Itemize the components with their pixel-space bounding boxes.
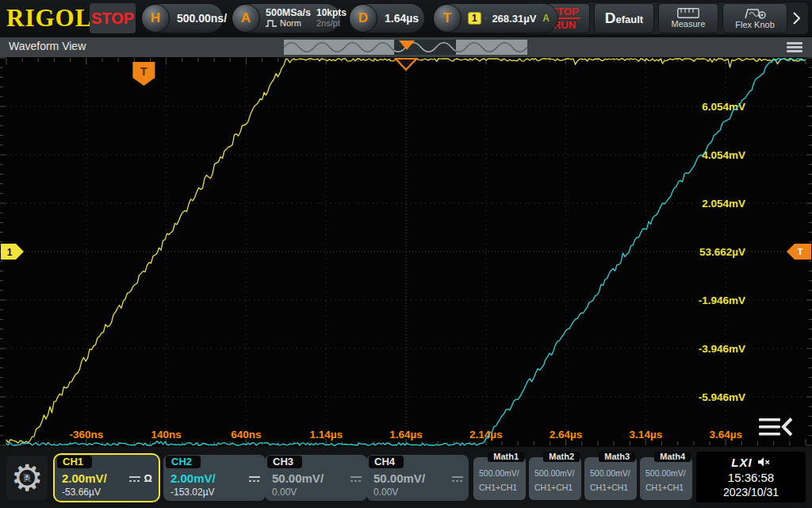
- acquisition-control[interactable]: A 500MSa/s Norm 10kpts 2ns/pt: [232, 3, 341, 33]
- math2-expression: CH1+CH1: [534, 483, 573, 492]
- math1-tab: Math1: [488, 452, 524, 462]
- trigger-level-value: 268.31µV: [492, 13, 536, 25]
- default-button[interactable]: Default: [594, 3, 654, 33]
- ch1-tab: CH1: [57, 456, 92, 468]
- waveform-overview-strip[interactable]: [284, 40, 527, 55]
- math4-tab: Math4: [654, 452, 691, 462]
- channel-box-ch2[interactable]: CH2 2.00mV/ -153.02µV: [163, 455, 266, 501]
- speaker-muted-icon: [757, 456, 771, 468]
- y-tick-label: 2.054mV: [702, 198, 745, 210]
- delay-control[interactable]: D 1.64µs: [349, 3, 425, 33]
- delay-position-marker[interactable]: [396, 59, 416, 70]
- x-tick-label: -360ns: [69, 429, 103, 441]
- ch4-scale: 50.00mV/: [373, 471, 425, 485]
- collapse-menu-icon[interactable]: [759, 418, 791, 436]
- ch1-impedance: Ω: [144, 472, 152, 484]
- memory-depth: 10kpts: [316, 8, 347, 18]
- waveform-view-title: Waveform View: [9, 40, 86, 52]
- horizontal-scale-value: 500.00ns/: [170, 12, 236, 25]
- math3-scale: 500.00mV/: [590, 468, 630, 478]
- y-tick-label: -3.946mV: [699, 343, 745, 355]
- math-box-math3[interactable]: Math3 500.00mV/ CH1+CH1: [584, 457, 637, 500]
- rigol-gear-monogram: R: [23, 471, 32, 485]
- clock: 15:36:58: [728, 470, 774, 485]
- y-tick-label: 4.054mV: [702, 149, 745, 161]
- ch2-scale: 2.00mV/: [170, 471, 216, 485]
- trigger-knob[interactable]: T: [433, 4, 462, 33]
- sample-rate: 500MSa/s: [266, 8, 311, 18]
- x-tick-label: 3.14µs: [630, 429, 663, 441]
- dc-coupling-icon: [248, 474, 261, 483]
- y-tick-label: -1.946mV: [699, 294, 745, 306]
- math1-scale: 500.00mV/: [479, 468, 519, 478]
- trigger-control[interactable]: T 1 268.31µV A: [433, 3, 558, 33]
- x-tick-label: 2.64µs: [550, 429, 583, 441]
- math4-scale: 500.00mV/: [645, 468, 686, 478]
- x-tick-label: 640ns: [231, 429, 261, 441]
- x-tick-label: 1.64µs: [389, 429, 423, 441]
- y-tick-label: 6.054mV: [702, 101, 745, 113]
- default-label-initial: D: [605, 10, 616, 26]
- top-bar: RIGOL STOP H 500.00ns/ A 500MSa/s Norm 1…: [0, 0, 812, 37]
- math4-expression: CH1+CH1: [645, 483, 684, 492]
- math2-scale: 500.00mV/: [534, 468, 575, 478]
- measure-label: Measure: [672, 19, 706, 29]
- horizontal-scale-control[interactable]: H 500.00ns/: [141, 3, 224, 33]
- flex-knob-icon: [743, 8, 767, 19]
- ch4-offset: 0.00V: [373, 487, 398, 498]
- horizontal-knob[interactable]: H: [141, 4, 170, 33]
- date: 2023/10/31: [723, 485, 779, 500]
- waveform-view-header: Waveform View: [0, 37, 812, 58]
- delay-knob[interactable]: D: [349, 4, 377, 33]
- acquisition-rate-group: 500MSa/s Norm: [260, 8, 315, 29]
- trigger-sweep-mode: A: [542, 13, 550, 24]
- chevron-right-icon[interactable]: [791, 12, 801, 25]
- oscilloscope-screen: RIGOL STOP H 500.00ns/ A 500MSa/s Norm 1…: [0, 0, 812, 508]
- x-tick-label: 140ns: [151, 429, 181, 441]
- y-tick-label: -5.946mV: [699, 391, 745, 403]
- ch2-tab: CH2: [166, 456, 201, 468]
- ch1-offset-marker[interactable]: [1, 244, 24, 260]
- pulse-icon: [266, 20, 278, 27]
- delay-value: 1.64µs: [377, 12, 428, 25]
- run-state-indicator[interactable]: STOP: [90, 3, 136, 33]
- default-label: efault: [616, 13, 644, 25]
- ch1-offset: -53.66µV: [62, 487, 101, 498]
- trigger-position-marker-label: T: [140, 65, 147, 78]
- math-box-math2[interactable]: Math2 500.00mV/ CH1+CH1: [529, 457, 581, 500]
- measure-button[interactable]: Measure: [658, 3, 718, 33]
- ch3-offset: 0.00V: [272, 487, 297, 498]
- acquisition-mode: Norm: [280, 18, 301, 29]
- menu-icon[interactable]: [787, 42, 802, 54]
- flex-knob-label: Flex Knob: [735, 20, 775, 29]
- channel-box-ch4[interactable]: CH4 50.00mV/ 0.00V: [366, 455, 469, 501]
- bottom-bar: ⚙ R CH1 2.00mV/ Ω -53.66µV CH2 2.00mV/: [0, 447, 812, 508]
- math1-expression: CH1+CH1: [479, 483, 517, 492]
- graticule[interactable]: -360ns140ns640ns1.14µs1.64µs2.14µs2.64µs…: [0, 57, 812, 447]
- math-box-math1[interactable]: Math1 500.00mV/ CH1+CH1: [473, 457, 526, 500]
- dc-coupling-icon: [350, 474, 362, 483]
- trigger-level-marker-label: T: [798, 247, 803, 256]
- flex-knob-button[interactable]: Flex Knob: [722, 3, 787, 33]
- ch2-offset: -153.02µV: [170, 487, 215, 498]
- math2-tab: Math2: [543, 452, 580, 462]
- sample-resolution: 2ns/pt: [316, 18, 347, 29]
- status-box[interactable]: LXI 15:36:58 2023/10/31: [696, 452, 806, 502]
- channel-box-ch3[interactable]: CH3 50.00mV/ 0.00V: [265, 455, 367, 501]
- rising-edge-icon: [485, 12, 488, 25]
- dc-coupling-icon: [128, 474, 141, 483]
- x-tick-label: 3.64µs: [709, 429, 742, 441]
- acquisition-knob[interactable]: A: [232, 4, 260, 33]
- math-box-math4[interactable]: Math4 500.00mV/ CH1+CH1: [640, 457, 692, 500]
- lxi-logo: LXI: [731, 455, 752, 470]
- ch3-tab: CH3: [267, 456, 302, 468]
- ch1-scale: 2.00mV/: [62, 471, 107, 485]
- quick-button-cluster: STOP RUN Default Measure: [523, 2, 809, 35]
- rigol-logo: RIGOL: [6, 4, 92, 33]
- math3-tab: Math3: [599, 452, 635, 462]
- x-tick-label: 1.14µs: [309, 429, 343, 441]
- channel-box-ch1[interactable]: CH1 2.00mV/ Ω -53.66µV: [55, 455, 159, 501]
- dc-coupling-icon: [451, 474, 464, 483]
- ch1-offset-marker-label: 1: [7, 247, 13, 258]
- settings-gear-button[interactable]: ⚙ R: [6, 456, 48, 500]
